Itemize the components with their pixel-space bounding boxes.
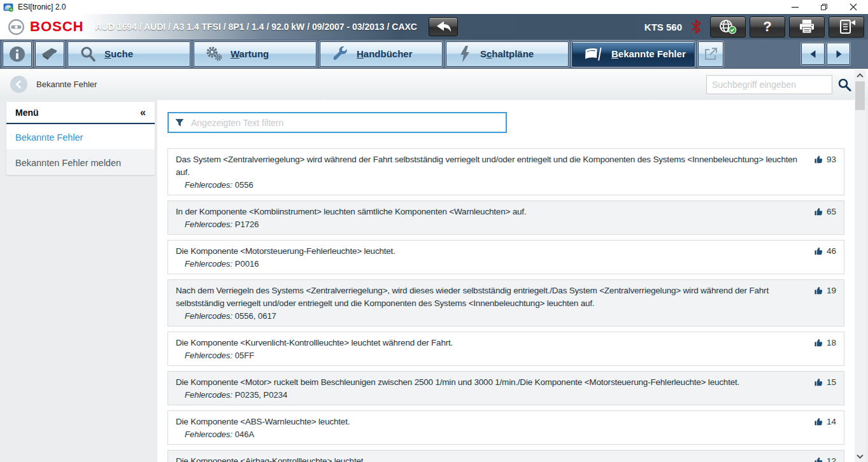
global-search <box>706 75 851 94</box>
help-button[interactable]: ? <box>750 17 785 38</box>
restore-icon <box>820 3 828 11</box>
filter-input[interactable] <box>190 113 506 132</box>
likes-count: 18 <box>827 338 836 347</box>
tab-suche[interactable]: Suche <box>68 41 190 67</box>
likes: 93 <box>808 153 836 191</box>
likes-count: 93 <box>827 155 836 164</box>
esitronic-window: { "window": { "title": "ESI[tronic] 2.0"… <box>0 0 868 462</box>
tab-wartung[interactable]: Wartung <box>194 41 317 67</box>
sidebar-item-fehler-melden[interactable]: Bekannten Fehler melden <box>6 150 155 175</box>
close-button[interactable] <box>839 0 868 14</box>
thumbs-up-icon[interactable] <box>814 155 823 164</box>
error-text: Die Komponente <Motorsteuerung-Fehlerleu… <box>176 245 803 258</box>
likes-count: 65 <box>827 207 836 216</box>
error-codes-label: Fehlercodes: <box>185 390 232 400</box>
scrollbar-thumb[interactable] <box>855 81 865 110</box>
thumbs-up-icon[interactable] <box>814 338 823 347</box>
breadcrumb-back-button[interactable] <box>10 76 27 93</box>
wrench-icon <box>331 45 350 64</box>
scroll-up-button[interactable] <box>855 70 865 81</box>
gears-icon <box>204 45 224 64</box>
sidebar-item-bekannte-fehler[interactable]: Bekannte Fehler <box>6 124 155 150</box>
error-card[interactable]: Die Komponente <Motor> ruckelt beim Besc… <box>167 371 844 405</box>
thumbs-up-icon[interactable] <box>814 207 823 216</box>
error-card[interactable]: Die Komponente <Motorsteuerung-Fehlerleu… <box>167 240 844 274</box>
history-navigation <box>801 43 850 65</box>
tab-wartung-label: Wartung <box>231 48 269 59</box>
likes: 12 <box>808 455 836 462</box>
error-card[interactable]: Die Komponente <Kurvenlicht-Kontrollleuc… <box>167 332 844 366</box>
back-arrow-icon <box>14 80 24 89</box>
header-toolbar: KTS 560 ? <box>644 17 868 38</box>
error-text: Nach dem Verriegeln des Systems <Zentral… <box>176 284 803 310</box>
likes-count: 19 <box>827 286 836 295</box>
thumbs-up-icon[interactable] <box>814 286 823 295</box>
chevron-down-icon <box>857 454 864 459</box>
error-text: Das System <Zentralverriegelung> wird wä… <box>176 153 803 179</box>
device-label: KTS 560 <box>644 22 682 32</box>
likes-count: 15 <box>827 377 836 387</box>
undo-arrow-icon <box>434 20 453 33</box>
thumbs-up-icon[interactable] <box>814 377 823 387</box>
book-icon <box>583 46 604 62</box>
error-codes-value: P0235, P0234 <box>235 390 287 400</box>
error-codes-value: 0556 <box>235 180 253 190</box>
info-icon <box>8 45 27 64</box>
error-codes-label: Fehlercodes: <box>185 430 232 439</box>
arrow-right-icon <box>834 49 844 59</box>
tab-vehicle-identification[interactable] <box>35 41 64 67</box>
tab-schaltplaene[interactable]: Schaltpläne <box>446 41 569 67</box>
window-controls <box>780 0 868 14</box>
print-button[interactable] <box>789 17 825 38</box>
minimize-icon <box>792 6 799 8</box>
content-area: Menü « Bekannte Fehler Bekannten Fehler … <box>0 100 868 462</box>
error-codes-label: Fehlercodes: <box>185 180 232 190</box>
online-status-button[interactable] <box>710 17 746 38</box>
nav-forward-button[interactable] <box>827 43 850 65</box>
protocol-button[interactable] <box>829 17 864 38</box>
vertical-scrollbar[interactable] <box>855 70 865 462</box>
error-card[interactable]: Die Komponente <ABS-Warnleuchte> leuchte… <box>167 410 844 445</box>
error-card[interactable]: Die Komponente <Airbag-Kontrollleuchte> … <box>167 450 844 462</box>
chevron-up-icon <box>857 73 864 78</box>
error-card[interactable]: Nach dem Verriegeln des Systems <Zentral… <box>167 279 844 326</box>
tab-info[interactable] <box>3 41 32 67</box>
error-text: Die Komponente <Motor> ruckelt beim Besc… <box>176 376 803 389</box>
lightning-icon <box>457 45 473 64</box>
tab-handbuecher-label: Handbücher <box>357 48 413 59</box>
question-icon: ? <box>763 20 771 34</box>
tab-bekannte-fehler[interactable]: Bekannte Fehler <box>572 41 695 67</box>
scroll-down-button[interactable] <box>855 451 865 462</box>
error-codes-value: 0556, 0617 <box>235 311 276 321</box>
likes: 15 <box>808 376 836 401</box>
vehicle-info: AUD 1694 / AUDI / A3 1.4 TFSI / 8P1 / 1.… <box>95 22 417 32</box>
search-button[interactable] <box>837 78 851 92</box>
bosch-logo-icon <box>8 18 25 36</box>
vehicle-change-button[interactable] <box>429 17 458 36</box>
sidebar-title: Menü <box>15 108 140 118</box>
error-codes-label: Fehlercodes: <box>185 351 232 360</box>
error-codes-value: 05FF <box>235 351 254 360</box>
restore-button[interactable] <box>809 0 839 14</box>
printer-icon <box>797 18 816 35</box>
error-card[interactable]: Das System <Zentralverriegelung> wird wä… <box>167 148 844 195</box>
title-bar: ESI[tronic] 2.0 <box>0 0 868 14</box>
thumbs-up-icon[interactable] <box>814 417 823 426</box>
error-codes-value: 046A <box>235 430 254 439</box>
bluetooth-icon <box>691 20 701 34</box>
error-text: Die Komponente <ABS-Warnleuchte> leuchte… <box>176 416 803 428</box>
tab-schaltplaene-label: Schaltpläne <box>480 48 534 59</box>
app-header: BOSCH AUD 1694 / AUDI / A3 1.4 TFSI / 8P… <box>0 14 868 39</box>
error-card[interactable]: In der Komponente <Kombiinstrument> leuc… <box>167 200 844 235</box>
sidebar-collapse-button[interactable]: « <box>140 107 146 118</box>
tab-external-window[interactable] <box>698 41 723 67</box>
search-input[interactable] <box>706 75 832 94</box>
tab-handbuecher[interactable]: Handbücher <box>320 41 443 67</box>
thumbs-up-icon[interactable] <box>814 246 823 256</box>
minimize-button[interactable] <box>780 0 809 14</box>
nav-back-button[interactable] <box>801 43 825 65</box>
search-icon <box>837 78 851 92</box>
thumbs-up-icon[interactable] <box>814 456 823 462</box>
error-codes-value: P0016 <box>235 259 259 269</box>
likes: 46 <box>808 245 836 270</box>
